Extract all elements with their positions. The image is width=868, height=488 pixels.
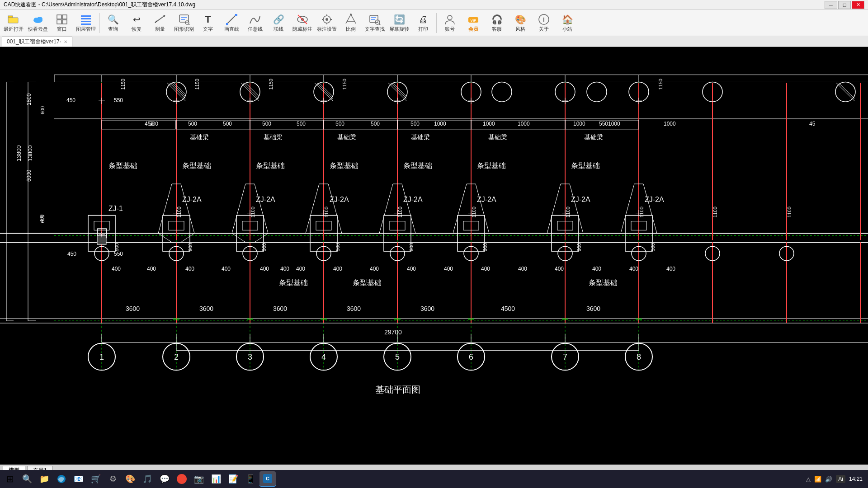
svg-text:1150: 1150: [658, 79, 663, 89]
toolbar-item-textcheck[interactable]: 文字查找: [363, 11, 387, 35]
print-icon: 🖨: [417, 13, 429, 26]
recognize-icon: [178, 13, 190, 26]
svg-text:条型基础: 条型基础: [403, 162, 432, 169]
toolbar-item-rotate[interactable]: 🔄 屏幕旋转: [387, 11, 411, 35]
svg-rect-47: [0, 47, 868, 465]
svg-text:550: 550: [114, 97, 123, 103]
close-button[interactable]: ✕: [852, 1, 864, 9]
about-icon: i: [538, 13, 550, 26]
toolbar-item-text[interactable]: T 文字: [197, 11, 219, 35]
taskbar-paint[interactable]: 🎨: [122, 471, 138, 487]
taskbar-fileexplorer[interactable]: 📁: [36, 471, 52, 487]
lang-indicator[interactable]: Ai: [836, 475, 845, 483]
measure-icon: [154, 13, 166, 26]
toolbar-item-scale[interactable]: 比例: [340, 11, 362, 35]
svg-text:400: 400: [370, 266, 379, 272]
toolbar-label-about: 关于: [539, 26, 549, 33]
svg-text:基础梁: 基础梁: [190, 133, 209, 141]
toolbar-item-review[interactable]: 🔍 查询: [102, 11, 124, 35]
taskbar-edge[interactable]: [53, 471, 70, 487]
toolbar-item-link[interactable]: 🔗 联线: [267, 11, 290, 35]
svg-text:1800: 1800: [26, 93, 32, 105]
taskbar-chat[interactable]: 💬: [156, 471, 173, 487]
svg-point-42: [448, 15, 452, 20]
toolbar-item-measure[interactable]: 测量: [149, 11, 171, 35]
svg-point-4: [37, 17, 42, 21]
toolbar-item-drawline[interactable]: 画直线: [220, 11, 243, 35]
toolbar-item-annoset[interactable]: 标注设置: [315, 11, 339, 35]
textcheck-icon: [368, 13, 381, 26]
toolbar-item-style[interactable]: 🎨 风格: [509, 11, 532, 35]
svg-text:500: 500: [410, 121, 420, 127]
minimize-button[interactable]: ─: [825, 1, 837, 9]
filemgr-icon: [80, 13, 92, 26]
svg-text:条型基础: 条型基础: [182, 162, 211, 169]
toolbar-item-station[interactable]: 🏠 小站: [556, 11, 579, 35]
svg-text:条型基础: 条型基础: [279, 279, 308, 286]
service-icon: 🎧: [491, 13, 503, 26]
svg-text:400: 400: [444, 266, 453, 272]
toolbar-label-hide: 隐藏标注: [292, 26, 312, 33]
taskbar-music[interactable]: 🎵: [139, 471, 156, 487]
toolbar-item-open[interactable]: 最近打开: [2, 11, 25, 35]
toolbar-item-restore[interactable]: ↩ 恢复: [125, 11, 148, 35]
toolbar-item-account[interactable]: 账号: [439, 11, 461, 35]
svg-text:1100: 1100: [397, 206, 403, 217]
svg-text:1100: 1100: [787, 206, 792, 217]
toolbar-label-link: 联线: [274, 26, 283, 33]
svg-text:900: 900: [409, 243, 414, 251]
svg-rect-10: [81, 18, 91, 19]
svg-text:基础梁: 基础梁: [264, 133, 283, 141]
toolbar-item-recognize[interactable]: 图形识别: [172, 11, 196, 35]
svg-text:400: 400: [222, 266, 231, 272]
svg-rect-23: [235, 14, 237, 16]
taskbar-cad[interactable]: C: [259, 471, 276, 487]
svg-text:400: 400: [518, 266, 527, 272]
start-button[interactable]: ⊞: [2, 471, 18, 487]
taskbar-settings[interactable]: ⚙: [105, 471, 121, 487]
svg-text:1000: 1000: [573, 121, 585, 127]
window-icon: [56, 13, 68, 26]
titlebar-controls: ─ □ ✕: [825, 1, 864, 9]
toolbar-item-vip[interactable]: VIP 会员: [462, 11, 485, 35]
svg-text:ZJ-2A: ZJ-2A: [256, 196, 275, 203]
toolbar-item-window[interactable]: 窗口: [51, 11, 73, 35]
toolbar-item-hide[interactable]: 隐藏标注: [291, 11, 314, 35]
drawing-area[interactable]: 13800 13800 1800 6000 600 600 400 450 45…: [0, 47, 868, 465]
svg-text:1150: 1150: [120, 79, 126, 89]
svg-text:条型基础: 条型基础: [571, 162, 600, 169]
toolbar-label-scale: 比例: [346, 26, 356, 33]
taskbar-notes[interactable]: 📝: [225, 471, 241, 487]
toolbar-item-about[interactable]: i 关于: [533, 11, 555, 35]
toolbar-item-anyline[interactable]: 任意线: [244, 11, 266, 35]
toolbar-sep-2: [436, 13, 437, 33]
toolbar-item-service[interactable]: 🎧 客服: [486, 11, 508, 35]
taskbar-phone[interactable]: 📱: [242, 471, 259, 487]
tray-volume: 🔊: [825, 476, 832, 483]
svg-text:500: 500: [297, 121, 306, 127]
toolbar-label-account: 账号: [445, 26, 455, 33]
tab-drawing[interactable]: 001_职工宿舍楼ver17· ✕: [2, 37, 72, 47]
svg-text:3600: 3600: [586, 305, 600, 312]
clock: 14:21: [849, 476, 863, 482]
svg-text:1150: 1150: [268, 79, 274, 89]
taskbar-search[interactable]: 🔍: [19, 471, 35, 487]
taskbar-mail[interactable]: 📧: [71, 471, 87, 487]
svg-text:45: 45: [809, 121, 816, 127]
toolbar-item-print[interactable]: 🖨 打印: [412, 11, 434, 35]
taskbar: ⊞ 🔍 📁 📧 🛒 ⚙ 🎨 🎵 💬 📷 📊 📝 📱 C △ 📶 🔊 Ai 14:…: [0, 470, 868, 488]
taskbar-camera[interactable]: 📷: [191, 471, 207, 487]
taskbar-red[interactable]: [174, 471, 190, 487]
toolbar-item-cloud[interactable]: 快看云盘: [26, 11, 50, 35]
svg-text:ZJ-2A: ZJ-2A: [330, 196, 349, 203]
taskbar-store[interactable]: 🛒: [88, 471, 104, 487]
svg-text:条型基础: 条型基础: [256, 162, 285, 169]
svg-text:1000: 1000: [608, 121, 620, 127]
taskbar-chart[interactable]: 📊: [208, 471, 224, 487]
svg-text:400: 400: [280, 266, 289, 272]
svg-text:400: 400: [260, 266, 269, 272]
maximize-button[interactable]: □: [838, 1, 851, 9]
tab-close-icon[interactable]: ✕: [64, 39, 67, 44]
svg-text:1100: 1100: [324, 206, 329, 217]
toolbar-item-filemgr[interactable]: 图层管理: [74, 11, 98, 35]
